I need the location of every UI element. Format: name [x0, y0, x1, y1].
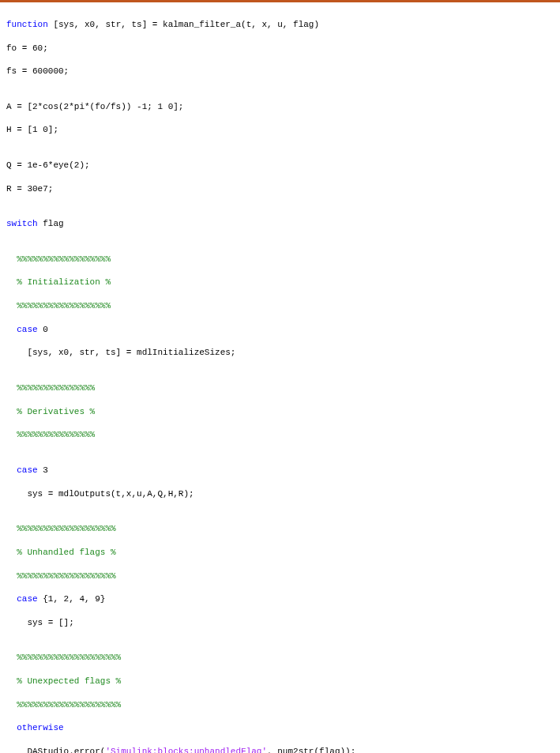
code-line: A = [2*cos(2*pi*(fo/fs)) -1; 1 0]; [6, 101, 554, 113]
code-text: {1, 2, 4, 9} [38, 594, 106, 604]
code-line: fs = 600000; [6, 66, 554, 77]
keyword-case: case [17, 325, 37, 334]
code-block: function [sys, x0, str, ts] = kalman_fil… [0, 0, 560, 753]
code-line: sys = []; [6, 617, 554, 629]
code-text: 0 [38, 325, 48, 334]
code-text: flag [38, 219, 64, 228]
comment-line: %%%%%%%%%%%%%%%%%%% [6, 523, 554, 535]
comment-line: %%%%%%%%%%%%%%%%%% [6, 254, 554, 265]
comment-line: %%%%%%%%%%%%%%% [6, 382, 554, 394]
code-line: fo = 60; [6, 43, 554, 55]
code-text: , num2str(flag)); [267, 747, 355, 753]
code-line: case {1, 2, 4, 9} [6, 593, 554, 605]
code-indent [6, 723, 17, 732]
code-text: 3 [38, 465, 48, 475]
comment-line: %%%%%%%%%%%%%%%%%%%% [6, 699, 554, 711]
comment-line: %%%%%%%%%%%%%%% [6, 429, 554, 441]
comment-line: % Derivatives % [6, 406, 554, 418]
keyword-switch: switch [6, 219, 38, 228]
code-line: Q = 1e-6*eye(2); [6, 160, 554, 171]
code-line: function [sys, x0, str, ts] = kalman_fil… [6, 19, 554, 31]
comment-line: % Initialization % [6, 277, 554, 288]
keyword-case: case [17, 594, 37, 604]
code-line: [sys, x0, str, ts] = mdlInitializeSizes; [6, 347, 554, 359]
code-text: [sys, x0, str, ts] = kalman_filter_a(t, … [48, 20, 319, 29]
keyword-function: function [6, 20, 48, 29]
code-line: sys = mdlOutputs(t,x,u,A,Q,H,R); [6, 488, 554, 500]
code-line: otherwise [6, 722, 554, 734]
code-line: switch flag [6, 218, 554, 230]
comment-line: %%%%%%%%%%%%%%%%%%%% [6, 652, 554, 664]
code-text: DAStudio.error( [6, 747, 105, 753]
string-literal: 'Simulink:blocks:unhandledFlag' [105, 747, 267, 753]
code-indent [6, 325, 17, 334]
code-line: R = 30e7; [6, 183, 554, 195]
comment-line: %%%%%%%%%%%%%%%%%% [6, 300, 554, 312]
comment-line: % Unhandled flags % [6, 547, 554, 559]
comment-line: % Unexpected flags % [6, 676, 554, 687]
code-line: H = [1 0]; [6, 124, 554, 136]
code-line: case 3 [6, 465, 554, 476]
code-line: case 0 [6, 324, 554, 336]
code-indent [6, 594, 17, 604]
code-line: DAStudio.error('Simulink:blocks:unhandle… [6, 746, 554, 753]
comment-line: %%%%%%%%%%%%%%%%%%% [6, 570, 554, 582]
keyword-case: case [17, 465, 37, 475]
keyword-otherwise: otherwise [17, 723, 63, 732]
code-indent [6, 465, 17, 475]
